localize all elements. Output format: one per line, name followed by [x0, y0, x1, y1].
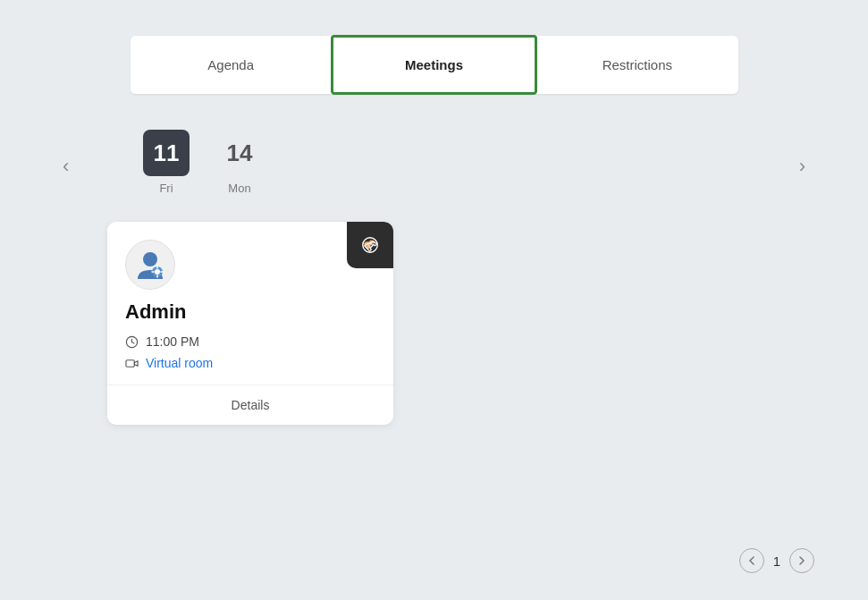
virtual-room-link[interactable]: Virtual room	[146, 356, 213, 370]
meeting-time: 11:00 PM	[146, 334, 199, 349]
virtual-room-row: Virtual room	[125, 356, 375, 370]
tab-restrictions[interactable]: Restrictions	[536, 36, 737, 94]
dates-row: 11 Fri 14 Mon	[143, 130, 263, 195]
svg-point-3	[155, 269, 160, 275]
date-label-mon: Mon	[228, 182, 250, 195]
next-arrow-button[interactable]: ›	[790, 148, 814, 185]
prev-page-button[interactable]	[739, 548, 764, 573]
prev-page-icon	[747, 555, 756, 566]
page-container: Agenda Meetings Restrictions ‹ 11 Fri 14…	[0, 0, 868, 600]
date-number-11: 11	[143, 130, 190, 176]
meeting-type-badge	[347, 222, 393, 268]
meeting-card: Admin 11:00 PM Virtual room	[107, 222, 393, 425]
svg-point-1	[143, 252, 157, 266]
avatar	[125, 240, 175, 290]
prev-arrow-button[interactable]: ‹	[54, 148, 78, 185]
clock-icon	[125, 335, 139, 349]
avatar-svg	[132, 247, 168, 283]
tab-agenda[interactable]: Agenda	[131, 36, 332, 94]
pagination: 1	[739, 548, 814, 573]
next-page-button[interactable]	[789, 548, 814, 573]
meetings-area: Admin 11:00 PM Virtual room	[54, 222, 814, 425]
tabs-container: Agenda Meetings Restrictions	[131, 36, 738, 94]
date-number-14: 14	[216, 130, 263, 176]
time-row: 11:00 PM	[125, 334, 375, 349]
handshake-icon	[360, 235, 380, 255]
calendar-nav: ‹ 11 Fri 14 Mon ›	[54, 130, 814, 195]
tab-meetings[interactable]: Meetings	[331, 35, 537, 95]
date-item-mon[interactable]: 14 Mon	[216, 130, 263, 195]
date-item-fri[interactable]: 11 Fri	[143, 130, 190, 195]
svg-rect-5	[126, 359, 134, 367]
date-label-fri: Fri	[159, 182, 173, 195]
page-number: 1	[773, 554, 780, 569]
details-button[interactable]: Details	[107, 385, 393, 425]
video-icon	[125, 357, 139, 370]
person-name: Admin	[125, 300, 375, 324]
next-page-icon	[797, 555, 806, 566]
